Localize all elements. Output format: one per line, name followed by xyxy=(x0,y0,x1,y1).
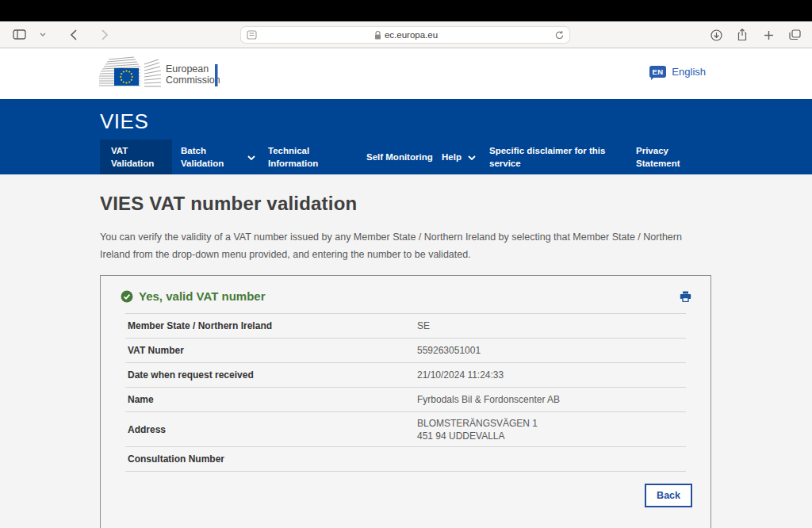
menu-bar xyxy=(0,0,812,21)
language-selector[interactable]: EN English xyxy=(649,66,706,78)
nav-specific-disclaimer[interactable]: Specific disclaimer for this service xyxy=(489,140,608,174)
language-badge: EN xyxy=(649,66,667,78)
vies-banner: VIES VAT Validation Batch Validation Tec… xyxy=(0,99,812,174)
address-bar[interactable]: ec.europa.eu xyxy=(240,26,570,44)
page-settings-icon[interactable] xyxy=(247,30,257,40)
sidebar-icon[interactable] xyxy=(10,25,29,44)
new-tab-icon[interactable] xyxy=(759,25,778,44)
share-icon[interactable] xyxy=(733,25,752,44)
result-table: Member State / Northern Ireland SE VAT N… xyxy=(125,313,686,472)
download-icon[interactable] xyxy=(707,25,726,44)
table-row: VAT Number 559263051001 xyxy=(125,339,686,363)
chevron-down-icon xyxy=(247,151,255,163)
nav-batch-validation[interactable]: Batch Validation xyxy=(181,140,255,174)
url-text[interactable]: ec.europa.eu xyxy=(385,30,438,40)
language-label: English xyxy=(672,66,706,78)
table-row: Date when request received 21/10/2024 11… xyxy=(125,363,686,388)
table-row: Address BLOMSTERÄNGSVÄGEN 1 451 94 UDDEV… xyxy=(125,412,686,447)
reload-icon[interactable] xyxy=(555,30,564,40)
nav-vat-validation[interactable]: VAT Validation xyxy=(100,140,172,174)
page-title: VIES VAT number validation xyxy=(100,174,712,215)
nav-self-monitoring[interactable]: Self Monitoring xyxy=(366,140,434,174)
main-nav: VAT Validation Batch Validation Technica… xyxy=(100,140,812,174)
vies-title: VIES xyxy=(100,109,148,134)
intro-text: You can verify the validity of a VAT num… xyxy=(100,228,710,263)
tab-overview-icon[interactable] xyxy=(785,25,804,44)
table-row: Name Fyrbodals Bil & Fordonscenter AB xyxy=(125,388,686,412)
back-button[interactable]: Back xyxy=(645,484,692,507)
toolbar-chevron-icon[interactable] xyxy=(33,25,52,44)
logo-text-line1: European xyxy=(166,63,209,75)
validation-status: Yes, valid VAT number xyxy=(121,289,266,303)
nav-technical-information[interactable]: Technical Information xyxy=(268,140,346,174)
logo-text-line2: Commission xyxy=(166,75,220,86)
european-commission-logo[interactable]: European Commission xyxy=(99,53,220,96)
logo-blue-bar xyxy=(215,64,218,86)
status-text: Yes, valid VAT number xyxy=(139,289,266,303)
eu-flag-icon xyxy=(114,68,139,86)
check-circle-icon xyxy=(121,290,133,303)
validation-result-card: Yes, valid VAT number Member State / Nor… xyxy=(100,275,711,528)
table-row: Member State / Northern Ireland SE xyxy=(125,314,686,339)
printer-icon[interactable] xyxy=(680,291,691,302)
browser-toolbar: ec.europa.eu xyxy=(0,21,812,48)
back-icon[interactable] xyxy=(63,25,82,44)
chevron-down-icon xyxy=(468,151,476,163)
lock-icon xyxy=(374,31,381,40)
site-header: European Commission EN English xyxy=(0,48,812,99)
nav-help[interactable]: Help xyxy=(442,140,476,174)
forward-icon[interactable] xyxy=(95,25,114,44)
nav-privacy-statement[interactable]: Privacy Statement xyxy=(636,140,699,174)
table-row: Consultation Number xyxy=(125,447,686,472)
